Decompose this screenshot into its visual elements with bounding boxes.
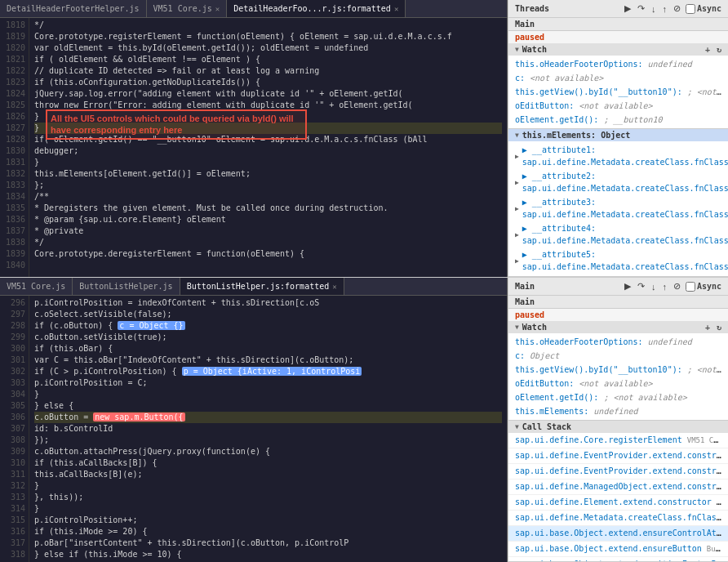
watch-item: this.getView().byId("__button10"): ; <no…	[512, 363, 725, 377]
tree-arrow-icon: ▶	[515, 229, 519, 241]
call-stack-item[interactable]: sap.ui.base.Object.extend.ensureControlA…	[508, 526, 728, 542]
code-line: this.aCallBacks[B](e);	[34, 469, 502, 480]
line-num: 1840	[3, 260, 25, 271]
bottom-step-into-btn[interactable]: ↓	[650, 281, 658, 292]
code-line: id: b.sControlId	[34, 423, 502, 435]
bottom-async-toggle[interactable]: Async	[686, 282, 721, 292]
watch-item: c: Object	[512, 349, 725, 363]
line-num: 1837	[3, 225, 25, 237]
line-num: 1835	[3, 203, 25, 214]
line-num: 1822	[3, 65, 25, 77]
bottom-code-area[interactable]: 2962972982993003013023033043053063073083…	[0, 296, 507, 562]
tree-item[interactable]: ▶▶ __attribute4: sap.ui.define.Metadata.…	[512, 221, 725, 248]
tree-item[interactable]: ▶▶ __attribute2: sap.ui.define.Metadata.…	[512, 169, 725, 195]
tree-arrow-icon: ▶	[515, 176, 519, 189]
call-stack-item[interactable]: sap.ui.define.Element.extend.constructor…	[508, 495, 728, 511]
async-toggle[interactable]: Async	[686, 4, 721, 14]
call-stack-item[interactable]: sap.ui.define.Core.registerElement VM51 …	[508, 433, 728, 448]
resume-btn[interactable]: ▶	[623, 2, 633, 15]
step-out-btn[interactable]: ↑	[660, 3, 668, 15]
watch-item: this.mElements: undefined	[512, 404, 725, 418]
tree-item[interactable]: ▶▶ __attribute1: sap.ui.define.Metadata.…	[512, 143, 725, 169]
line-num: 1838	[3, 237, 25, 248]
top-editor: DetailHeaderFooterHelper.js VM51 Core.js…	[0, 0, 508, 277]
bottom-tab-buttonlist[interactable]: ButtonListHelper.js	[73, 278, 180, 295]
code-line: if (this.aCallBacks[B]) {	[34, 457, 502, 469]
code-line: if (this.oBar) {	[34, 343, 502, 355]
code-line: if (c.oButton) { c = Object {}	[34, 320, 502, 332]
code-line: */	[34, 237, 502, 248]
call-stack-title[interactable]: ▼ Call Stack	[508, 421, 728, 433]
watch-section: ▼ Watch + ↻ this.oHeaderFooterOptions: u…	[508, 43, 728, 129]
watch-item: oElement.getId(): ; <not available>	[512, 390, 725, 404]
line-num: 299	[3, 332, 25, 343]
code-line: // duplicate ID detected => fail or at l…	[34, 65, 502, 77]
bottom-tab-vm51[interactable]: VM51 Core.js	[0, 278, 73, 295]
step-over-btn[interactable]: ↷	[636, 2, 646, 15]
line-num: 308	[3, 435, 25, 446]
code-line: jQuery.sap.log.error("adding element wit…	[34, 88, 502, 100]
bottom-tab-buttonlist-formatted[interactable]: ButtonListHelper.js:formatted ✕	[180, 278, 344, 295]
step-into-btn[interactable]: ↓	[650, 3, 658, 15]
melements-content: ▶▶ __attribute1: sap.ui.define.Metadata.…	[508, 141, 728, 277]
tab-detail-helper[interactable]: DetailHeaderFooterHelper.js	[0, 0, 147, 17]
line-num: 1836	[3, 214, 25, 225]
code-line: }, this));	[34, 492, 502, 503]
line-num: 304	[3, 389, 25, 400]
melements-title[interactable]: ▼ this.mElements: Object	[508, 129, 728, 141]
code-line: };	[34, 180, 502, 191]
tab-close-icon[interactable]: ✕	[394, 5, 398, 13]
code-line: * @private	[34, 225, 502, 237]
code-line: c.oButton = new sap.m.Button({	[34, 412, 502, 423]
bottom-line-numbers: 2962972982993003013023033043053063073083…	[0, 296, 29, 562]
bottom-editor: VM51 Core.js ButtonListHelper.js ButtonL…	[0, 278, 508, 562]
line-num: 1839	[3, 248, 25, 260]
code-line: debugger;	[34, 145, 502, 157]
bottom-step-over-btn[interactable]: ↷	[636, 280, 646, 292]
call-stack-item[interactable]: sap.ui.base.Object.extend.ensureButton B…	[508, 542, 728, 557]
bottom-resume-btn[interactable]: ▶	[623, 280, 633, 292]
tab-close-icon[interactable]: ✕	[332, 283, 336, 291]
tab-close-icon[interactable]: ✕	[215, 5, 220, 13]
add-watch-btn[interactable]: +	[705, 45, 710, 54]
line-num: 310	[3, 457, 25, 469]
code-line: }	[34, 503, 502, 515]
line-num: 296	[3, 297, 25, 309]
triangle-icon: ▼	[515, 423, 519, 430]
bottom-refresh-watch-btn[interactable]: ↻	[717, 323, 721, 332]
line-num: 311	[3, 469, 25, 480]
tree-item[interactable]: ▶▶ __bar0: sap.ui.define.Metadata.create…	[512, 274, 725, 277]
code-line: * Deregisters the given element. Must be…	[34, 203, 502, 214]
call-stack-item[interactable]: sap.ui.define.ManagedObject.extend.const…	[508, 479, 728, 495]
call-stack-item[interactable]: sap.ui.define.EventProvider.extend.const…	[508, 448, 728, 464]
bottom-watch-title[interactable]: ▼ Watch + ↻	[508, 321, 728, 333]
bottom-step-out-btn[interactable]: ↑	[660, 281, 668, 292]
line-num: 313	[3, 492, 25, 503]
main-label: Main	[508, 18, 728, 31]
line-num: 306	[3, 412, 25, 423]
tree-item[interactable]: ▶▶ __attribute3: sap.ui.define.Metadata.…	[512, 195, 725, 221]
bottom-add-watch-btn[interactable]: +	[705, 323, 710, 332]
top-code-area[interactable]: 1818181918201821182218231824182518261827…	[0, 18, 507, 277]
code-line: c.oSelect.setVisible(false);	[34, 309, 502, 320]
code-line: }	[34, 389, 502, 400]
code-line: }	[34, 480, 502, 492]
refresh-watch-btn[interactable]: ↻	[717, 45, 721, 54]
tab-detail-footer-formatted[interactable]: DetailHeaderFoo...r.js:formatted ✕	[227, 0, 406, 17]
call-stack-item[interactable]: sap.ui.define.Metadata.createClass.fnCla…	[508, 511, 728, 526]
line-num: 1819	[3, 31, 25, 42]
call-stack-item[interactable]: sap.ui.base.Object.extend.positionFooter…	[508, 557, 728, 562]
bottom-deactivate-btn[interactable]: ⊘	[672, 280, 682, 292]
code-line: this.mElements[oElement.getId()] = oElem…	[34, 168, 502, 180]
watch-section-title[interactable]: ▼ Watch + ↻	[508, 43, 728, 56]
tab-vm51-core[interactable]: VM51 Core.js ✕	[147, 0, 228, 17]
watch-item: oElement.getId(): ; __button10	[512, 113, 725, 127]
code-line: if (this.iMode >= 20) {	[34, 526, 502, 537]
code-line: } else {	[34, 400, 502, 412]
line-num: 1828	[3, 134, 25, 145]
call-stack-item[interactable]: sap.ui.define.EventProvider.extend.const…	[508, 464, 728, 479]
code-line: */	[34, 20, 502, 31]
line-num: 1823	[3, 77, 25, 88]
deactivate-btn[interactable]: ⊘	[672, 2, 682, 15]
tree-item[interactable]: ▶▶ __attribute5: sap.ui.define.Metadata.…	[512, 248, 725, 274]
